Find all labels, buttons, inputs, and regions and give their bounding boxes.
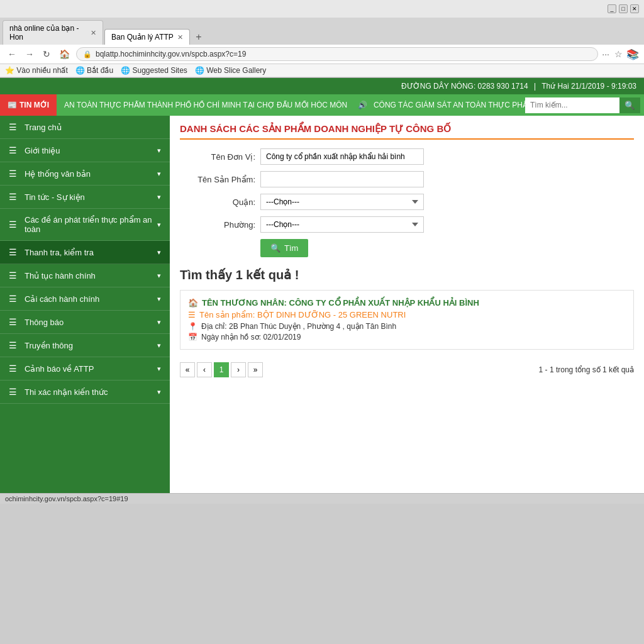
- page-title-section: DANH SÁCH CÁC SẢN PHẨM DOANH NGHIỆP TỰ C…: [180, 123, 634, 140]
- sidebar-item-thong-bao[interactable]: ☰ Thông báo ▾: [0, 311, 170, 334]
- phuong-row: Phường: ---Chọn---: [180, 216, 634, 233]
- tin-tuc-arrow: ▾: [157, 193, 161, 201]
- minimize-button[interactable]: _: [608, 4, 616, 13]
- result-product: ☰ Tên sản phẩm: BỘT DINH DƯỠNG - 25 GREE…: [188, 310, 626, 319]
- de-an-icon: ☰: [9, 219, 17, 230]
- sidebar-item-tin-tuc[interactable]: ☰ Tin tức - Sự kiện ▾: [0, 186, 170, 209]
- tab-bqlattp-label: Ban Quản lý ATTP: [111, 33, 174, 42]
- address-icons: ··· ☆: [602, 49, 623, 59]
- address-input-field[interactable]: 🔒 bqlattp.hochiminhcity.gov.vn/spcb.aspx…: [76, 47, 598, 61]
- sidebar-item-gioi-thieu[interactable]: ☰ Giới thiệu ▾: [0, 139, 170, 162]
- thong-bao-arrow: ▾: [157, 318, 161, 326]
- thi-xac-nhan-arrow: ▾: [157, 388, 161, 396]
- sidebar: ☰ Trang chủ ☰ Giới thiệu ▾ ☰ Hệ thống vă…: [0, 116, 170, 493]
- page-info: 1 - 1 trong tổng số 1 kết quả: [539, 365, 634, 374]
- bookmark-bat-dau[interactable]: 🌐 Bắt đầu: [75, 66, 113, 75]
- thu-tuc-arrow: ▾: [157, 272, 161, 280]
- phuong-select[interactable]: ---Chọn---: [260, 216, 424, 233]
- status-bar: ochiminhcity.gov.vn/spcb.aspx?c=19#19: [0, 493, 644, 504]
- trang-chu-icon: ☰: [9, 122, 17, 132]
- library-icon[interactable]: 📚: [626, 48, 639, 60]
- canh-bao-icon: ☰: [9, 364, 17, 374]
- truyen-thong-arrow: ▾: [157, 341, 161, 350]
- van-ban-icon: ☰: [9, 169, 17, 179]
- close-button[interactable]: ✕: [630, 4, 639, 13]
- sidebar-item-trang-chu[interactable]: ☰ Trang chủ: [0, 116, 170, 139]
- home-button[interactable]: 🏠: [57, 48, 72, 60]
- quan-row: Quận: ---Chọn---: [180, 194, 634, 210]
- search-form-button[interactable]: 🔍 Tìm: [260, 239, 308, 257]
- sidebar-item-cai-cach[interactable]: ☰ Cải cách hành chính ▾: [0, 287, 170, 311]
- result-date: 📅 Ngày nhận hồ sơ: 02/01/2019: [188, 333, 626, 341]
- tab-home-label: nhà online của bạn - Hon: [9, 24, 87, 42]
- sidebar-item-thanh-tra[interactable]: ☰ Thanh tra, kiểm tra ▾: [0, 241, 170, 264]
- title-bar-controls: _ □ ✕: [608, 4, 639, 13]
- bookmark-webslice[interactable]: 🌐 Web Slice Gallery: [195, 66, 267, 75]
- phuong-label: Phường:: [180, 220, 255, 230]
- last-page-button[interactable]: »: [248, 362, 263, 377]
- new-tab-button[interactable]: +: [191, 30, 206, 45]
- sidebar-item-thi-xac-nhan[interactable]: ☰ Thi xác nhận kiến thức ▾: [0, 380, 170, 404]
- more-options-icon[interactable]: ···: [602, 49, 609, 59]
- search-btn-row: 🔍 Tìm: [180, 239, 634, 257]
- next-page-button[interactable]: ›: [231, 362, 246, 377]
- search-form-icon: 🔍: [270, 243, 280, 253]
- thu-tuc-icon: ☰: [9, 270, 17, 280]
- phuong-select-wrapper: ---Chọn---: [260, 216, 424, 233]
- forward-button[interactable]: →: [23, 48, 36, 60]
- quan-select[interactable]: ---Chọn---: [260, 194, 424, 210]
- cai-cach-icon: ☰: [9, 294, 17, 304]
- san-pham-row: Tên Sản Phẩm:: [180, 171, 634, 187]
- tab-bqlattp-close[interactable]: ✕: [177, 33, 183, 42]
- calendar-icon: 📅: [188, 333, 197, 341]
- prev-page-button[interactable]: ‹: [197, 362, 212, 377]
- main-layout: ☰ Trang chủ ☰ Giới thiệu ▾ ☰ Hệ thống vă…: [0, 116, 644, 493]
- first-page-button[interactable]: «: [180, 362, 195, 377]
- company-home-icon: 🏠: [188, 298, 198, 308]
- lock-icon: 🔒: [83, 50, 92, 58]
- search-input-top[interactable]: [525, 98, 619, 112]
- maximize-button[interactable]: □: [619, 4, 628, 13]
- quan-select-wrapper: ---Chọn---: [260, 194, 424, 210]
- result-card: 🏠 TÊN THƯƠNG NHÂN: CÔNG TY CỔ PHẦN XUẤT …: [180, 290, 634, 350]
- sidebar-item-canh-bao[interactable]: ☰ Cảnh báo về ATTP ▾: [0, 357, 170, 380]
- tin-moi-icon: 📰: [8, 101, 17, 109]
- sidebar-item-truyen-thong[interactable]: ☰ Truyền thông ▾: [0, 334, 170, 357]
- don-vi-row: Tên Đơn Vị:: [180, 148, 634, 165]
- truyen-thong-icon: ☰: [9, 340, 17, 350]
- don-vi-input[interactable]: [260, 148, 424, 165]
- tin-tuc-icon: ☰: [9, 192, 17, 202]
- bookmark-suggested[interactable]: 🌐 Suggested Sites: [121, 66, 187, 75]
- result-company: 🏠 TÊN THƯƠNG NHÂN: CÔNG TY CỔ PHẦN XUẤT …: [188, 298, 626, 308]
- de-an-arrow: ▾: [157, 221, 161, 229]
- thanh-tra-arrow: ▾: [157, 248, 161, 257]
- reload-button[interactable]: ↻: [40, 48, 53, 60]
- pagination-row: « ‹ 1 › » 1 - 1 trong tổng số 1 kết quả: [180, 357, 634, 377]
- sidebar-item-de-an[interactable]: ☰ Các đề án phát triển thực phẩm an toàn…: [0, 209, 170, 241]
- tab-bqlattp[interactable]: Ban Quản lý ATTP ✕: [104, 29, 190, 45]
- hotline-text: ĐƯỜNG DÂY NÓNG: 0283 930 1714 | Thứ Hai …: [401, 82, 636, 91]
- content-area: DANH SÁCH CÁC SẢN PHẨM DOANH NGHIỆP TỰ C…: [170, 116, 644, 493]
- result-count: Tìm thấy 1 kết quả !: [180, 267, 634, 282]
- search-form: Tên Đơn Vị: Tên Sản Phẩm: Quận: ---Chọn-…: [180, 148, 634, 257]
- ticker-text: AN TOÀN THỰC PHẨM THÀNH PHỐ HỒ CHÍ MINH …: [57, 101, 525, 109]
- page-1-button[interactable]: 1: [214, 362, 229, 377]
- tab-home-close[interactable]: ✕: [91, 29, 96, 37]
- thong-bao-icon: ☰: [9, 317, 17, 327]
- browser-chrome: _ □ ✕ nhà online của bạn - Hon ✕ Ban Quả…: [0, 0, 644, 78]
- cai-cach-arrow: ▾: [157, 295, 161, 303]
- sidebar-item-thu-tuc[interactable]: ☰ Thủ tục hành chính ▾: [0, 264, 170, 287]
- gioi-thieu-arrow: ▾: [157, 147, 161, 155]
- address-text: bqlattp.hochiminhcity.gov.vn/spcb.aspx?c…: [96, 50, 246, 58]
- bookmark-icon[interactable]: ☆: [614, 49, 623, 59]
- bookmark-nhieu-nhat[interactable]: ⭐ Vào nhiều nhất: [5, 66, 68, 75]
- search-top-button[interactable]: 🔍: [619, 97, 640, 113]
- page-wrapper: ĐƯỜNG DÂY NÓNG: 0283 930 1714 | Thứ Hai …: [0, 78, 644, 493]
- top-bar: ĐƯỜNG DÂY NÓNG: 0283 930 1714 | Thứ Hai …: [0, 78, 644, 94]
- san-pham-input[interactable]: [260, 171, 424, 187]
- address-bar: ← → ↻ 🏠 🔒 bqlattp.hochiminhcity.gov.vn/s…: [0, 45, 644, 64]
- san-pham-label: Tên Sản Phẩm:: [180, 175, 255, 184]
- sidebar-item-he-thong-van-ban[interactable]: ☰ Hệ thống văn bản ▾: [0, 162, 170, 186]
- tab-home[interactable]: nhà online của bạn - Hon ✕: [3, 20, 103, 45]
- back-button[interactable]: ←: [5, 48, 19, 60]
